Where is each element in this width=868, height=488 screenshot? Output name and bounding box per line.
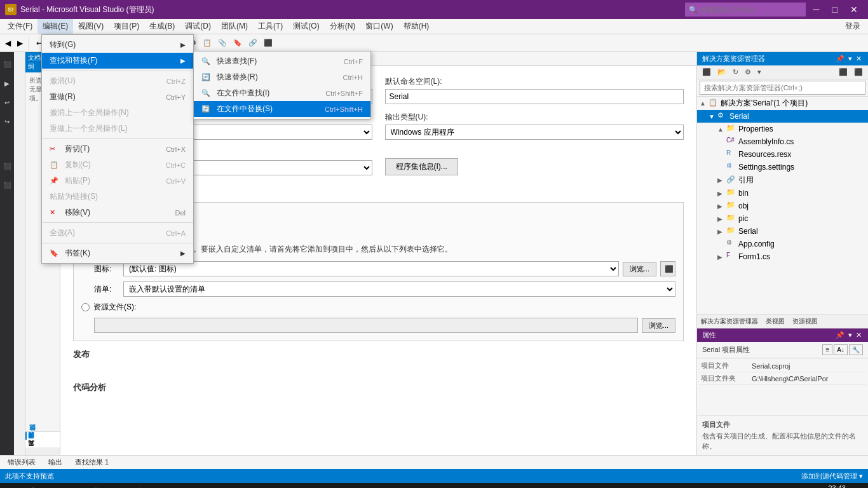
menu-redo-global: 重做上一个全局操作(L) <box>42 121 193 137</box>
find-replace-submenu: 🔍 快速查找(F) Ctrl+F 🔄 快速替换(R) Ctrl+H 🔍 在文件中… <box>193 51 371 119</box>
restore-button[interactable]: □ <box>827 3 843 16</box>
menu-redo[interactable]: 重做(R) Ctrl+Y <box>42 89 193 105</box>
menu-paste-link: 粘贴为链接(S) <box>42 189 193 205</box>
menu-copy: 📋 复制(C) Ctrl+C <box>42 157 193 173</box>
menu-item-build[interactable]: 生成(B) <box>144 19 180 34</box>
menu-select-all: 全选(A) Ctrl+A <box>42 225 193 241</box>
menu-item-view[interactable]: 视图(V) <box>73 19 109 34</box>
menu-item-tools[interactable]: 工具(T) <box>253 19 288 34</box>
search-icon: 🔍 <box>689 6 698 14</box>
title-bar: S! Serial - Microsoft Visual Studio (管理员… <box>0 0 868 19</box>
menu-item-file[interactable]: 文件(F) <box>3 19 37 34</box>
menu-sep-3 <box>42 222 193 223</box>
menu-sep-1 <box>42 71 193 71</box>
submenu-replace-in-files[interactable]: 🔄 在文件中替换(S) Ctrl+Shift+H <box>194 101 370 117</box>
menu-item-project[interactable]: 项目(P) <box>109 19 144 34</box>
user-login[interactable]: 登录 <box>840 19 865 34</box>
menu-sep-4 <box>42 243 193 243</box>
menu-find-replace[interactable]: 查找和替换(F) ▶ 🔍 快速查找(F) Ctrl+F 🔄 快速替换(R) Ct… <box>42 53 193 69</box>
menu-remove[interactable]: ✕ 移除(V) Del <box>42 205 193 220</box>
menu-item-team[interactable]: 团队(M) <box>216 19 253 34</box>
app-icon: S! <box>5 4 17 15</box>
menu-bar: 文件(F) 编辑(E) 视图(V) 项目(P) 生成(B) 调试(D) 团队(M… <box>0 19 868 34</box>
menu-item-debug[interactable]: 调试(D) <box>180 19 216 34</box>
submenu-quick-find[interactable]: 🔍 快速查找(F) Ctrl+F <box>194 53 370 69</box>
menu-cut[interactable]: ✂ 剪切(T) Ctrl+X <box>42 141 193 157</box>
minimize-button[interactable]: ─ <box>808 3 825 16</box>
menu-undo: 撤消(U) Ctrl+Z <box>42 73 193 89</box>
menu-item-analyze[interactable]: 分析(N) <box>325 19 361 34</box>
menu-bookmarks[interactable]: 🔖 书签(K) ▶ <box>42 245 193 261</box>
title-text: Serial - Microsoft Visual Studio (管理员) <box>20 4 154 15</box>
menu-sep-2 <box>42 139 193 139</box>
close-button[interactable]: ✕ <box>845 3 863 16</box>
menu-item-test[interactable]: 测试(O) <box>288 19 324 34</box>
submenu-find-in-files[interactable]: 🔍 在文件中查找(I) Ctrl+Shift+F <box>194 85 370 101</box>
edit-dropdown-menu: 转到(G) ▶ 查找和替换(F) ▶ 🔍 快速查找(F) Ctrl+F 🔄 快速… <box>41 34 194 264</box>
menu-item-help[interactable]: 帮助(H) <box>398 19 435 34</box>
menu-item-window[interactable]: 窗口(W) <box>360 19 398 34</box>
title-search-input[interactable] <box>700 6 802 13</box>
submenu-quick-replace[interactable]: 🔄 快速替换(R) Ctrl+H <box>194 69 370 85</box>
menu-undo-global: 撤消上一个全局操作(N) <box>42 105 193 121</box>
menu-paste: 📌 粘贴(P) Ctrl+V <box>42 173 193 189</box>
menu-item-edit[interactable]: 编辑(E) <box>37 19 73 34</box>
menu-goto[interactable]: 转到(G) ▶ <box>42 37 193 53</box>
